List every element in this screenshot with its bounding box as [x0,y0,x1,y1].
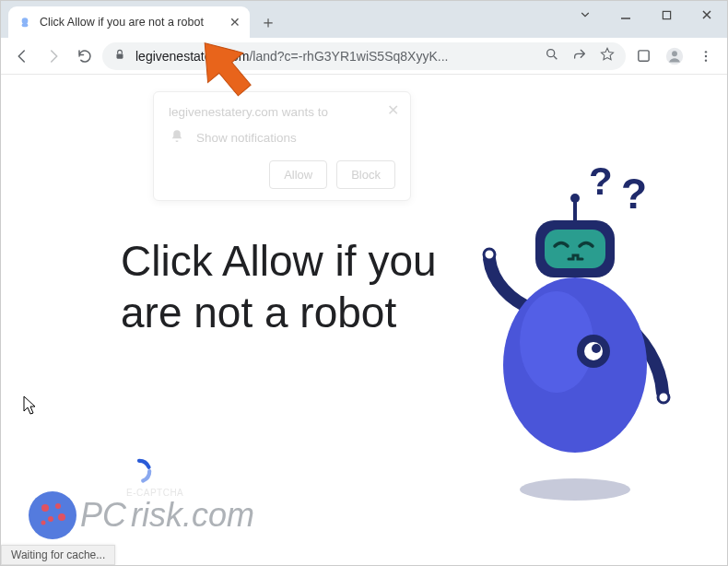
svg-rect-1 [22,23,29,27]
forward-button[interactable] [40,42,67,70]
tab-close-icon[interactable]: ✕ [229,15,241,29]
notification-item: Show notifications [196,131,297,145]
svg-point-32 [41,521,46,525]
svg-point-29 [55,503,61,509]
svg-point-28 [41,504,49,512]
browser-toolbar: legivenestatery.com/land?c=-rhG3YR1wiS5S… [1,38,727,75]
svg-point-11 [705,54,707,56]
svg-text:risk.com: risk.com [131,496,254,534]
svg-point-5 [547,50,555,57]
back-button[interactable] [8,42,36,70]
svg-rect-18 [545,230,605,268]
svg-point-25 [592,344,601,353]
menu-icon[interactable] [692,42,720,70]
profile-icon[interactable] [661,42,688,70]
reload-button[interactable] [71,42,99,70]
svg-point-19 [484,249,495,260]
status-bar: Waiting for cache... [1,545,115,565]
svg-point-10 [705,51,707,53]
browser-tab[interactable]: Click Allow if you are not a robot ✕ [8,6,250,38]
tab-title: Click Allow if you are not a robot [40,16,222,29]
svg-point-20 [658,392,669,403]
robot-illustration: ? ? [432,158,709,508]
headline-text: Click Allow if you are not a robot [121,235,452,338]
svg-point-24 [584,342,603,360]
page-content: ✕ legivenestatery.com wants to Show noti… [1,75,727,565]
svg-rect-4 [117,53,123,58]
window-close-icon[interactable] [687,1,727,29]
svg-point-12 [705,59,707,61]
tab-favicon-icon [18,15,32,29]
svg-text:?: ? [621,170,647,218]
notification-close-icon[interactable]: ✕ [387,101,399,119]
search-icon[interactable] [545,47,559,65]
svg-point-26 [520,478,630,501]
svg-point-0 [22,18,29,24]
extensions-icon[interactable] [629,42,657,70]
watermark-logo: PC risk.com [25,480,311,548]
svg-point-30 [48,516,53,522]
window-minimize-icon[interactable] [605,1,646,29]
svg-point-9 [672,51,677,56]
url-text: legivenestatery.com/land?c=-rhG3YR1wiS5S… [135,49,535,64]
window-controls [565,1,727,29]
titlebar: Click Allow if you are not a robot ✕ ＋ [1,1,727,38]
url-path: /land?c=-rhG3YR1wiS5Sq8XyyK... [249,49,448,64]
notification-title: legivenestatery.com wants to [169,105,395,119]
svg-text:PC: PC [80,496,127,534]
bell-icon [169,128,185,147]
svg-point-23 [577,335,610,368]
url-host: legivenestatery.com [135,49,249,64]
window-dropdown-icon[interactable] [565,1,605,29]
address-bar[interactable]: legivenestatery.com/land?c=-rhG3YR1wiS5S… [102,42,626,70]
svg-text:?: ? [589,159,613,203]
block-button[interactable]: Block [336,160,395,189]
notification-prompt: ✕ legivenestatery.com wants to Show noti… [153,91,411,201]
lock-icon [113,48,126,64]
svg-point-22 [520,291,593,393]
allow-button[interactable]: Allow [269,160,327,189]
svg-line-6 [554,56,557,59]
bookmark-icon[interactable] [600,47,615,65]
svg-rect-3 [663,11,670,18]
svg-point-21 [503,277,647,453]
svg-rect-7 [638,51,648,61]
svg-rect-17 [535,220,615,277]
cursor-icon [23,395,38,419]
svg-point-16 [570,194,580,203]
share-icon[interactable] [572,47,587,65]
new-tab-button[interactable]: ＋ [255,9,281,35]
svg-point-31 [58,513,65,521]
svg-point-27 [29,491,76,539]
window-maximize-icon[interactable] [646,1,687,29]
